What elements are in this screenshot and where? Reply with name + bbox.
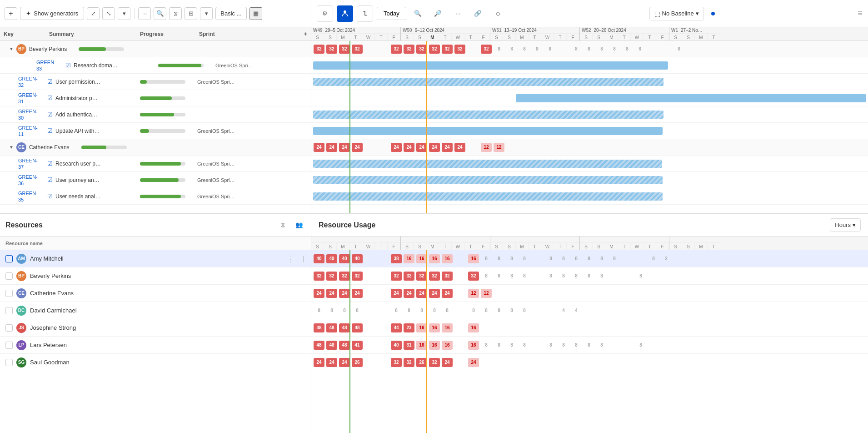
layout-arrow-button[interactable]: ▾ [200, 7, 213, 20]
checkbox-catherine[interactable] [5, 290, 13, 297]
resource-item-beverly[interactable]: BP Beverly Perkins [0, 267, 311, 285]
cursor-indicator: │ [302, 256, 306, 262]
sprint-11: GreeniOS Spri… [195, 128, 311, 134]
checkbox-david[interactable] [5, 307, 13, 314]
collapse-beverly[interactable]: ▼ [9, 46, 14, 51]
resource-item-lars[interactable]: LP Lars Petersen [0, 337, 311, 354]
resource-item-catherine[interactable]: CE Catherine Evans [0, 285, 311, 302]
gantt-person-button[interactable] [337, 5, 353, 22]
gantt-zoom-out-button[interactable]: 🔎 [430, 5, 446, 22]
gantt-row-green31 [311, 90, 868, 106]
collapse-catherine[interactable]: ▼ [9, 145, 14, 150]
key-link-green36[interactable]: GREEN-36 [18, 174, 38, 186]
resource-name-david: David Carmichael [30, 307, 77, 314]
basic-view-button[interactable]: Basic ... [215, 7, 246, 20]
resource-name-label: Resource name [5, 241, 43, 246]
avatar-david: DC [16, 306, 26, 316]
task-row-green37[interactable]: GREEN-37 ☑ Research user p… GreeniOS Spr… [0, 156, 311, 172]
resource-row-amy: 40404040 3816161616 16 8888 888888 8 2 [311, 250, 868, 267]
checkbox-saul[interactable] [5, 359, 13, 366]
expand-button[interactable]: ⤢ [87, 7, 100, 20]
key-link-green11[interactable]: GREEN-11 [18, 125, 38, 137]
resource-item-david[interactable]: DC David Carmichael [0, 302, 311, 319]
collapse-button[interactable]: ⤡ [102, 7, 115, 20]
task-row-green35[interactable]: GREEN-35 ☑ User needs anal… GreeniOS Spr… [0, 188, 311, 205]
task-row-green33[interactable]: GREEN-33 ☑ Research doma… GreeniOS Spri… [0, 57, 311, 74]
resources-header: Resources ⧖ 👥 [0, 214, 311, 237]
resource-name-beverly: Beverly Perkins [30, 272, 71, 279]
summary-text-37: Research user p… [55, 161, 101, 167]
checkbox-josephine[interactable] [5, 324, 13, 332]
gantt-more-button[interactable]: ··· [450, 5, 466, 22]
resource-usage-body: 40404040 3816161616 16 8888 888888 8 2 3… [311, 250, 868, 433]
resource-item-josephine[interactable]: JS Josephine Strong [0, 319, 311, 337]
add-col-header[interactable]: + [300, 31, 311, 37]
show-generators-button[interactable]: ✦ Show generators [20, 7, 84, 20]
checkbox-beverly[interactable] [5, 272, 13, 280]
resource-row-josephine: 48484848 4423161616 16 [311, 319, 868, 337]
expand-arrow-button[interactable]: ▾ [118, 7, 130, 20]
filter-button[interactable]: ⧖ [169, 7, 182, 20]
search-button[interactable]: 🔍 [154, 7, 166, 20]
more-button[interactable]: ··· [138, 7, 151, 20]
key-link-green33[interactable]: GREEN-33 [36, 60, 56, 71]
person-row-beverly[interactable]: ▼ BP Beverly Perkins [0, 41, 311, 57]
summary-text-32: User permission… [55, 79, 100, 85]
key-link-green31[interactable]: GREEN-31 [18, 92, 38, 104]
summary-text-30: Add authentica… [55, 111, 97, 118]
gantt-link-button[interactable]: 🔗 [470, 5, 486, 22]
resources-manage-button[interactable]: 👥 [293, 219, 305, 232]
resource-name-catherine: Catherine Evans [30, 290, 74, 297]
checkbox-icon-11: ☑ [47, 127, 53, 134]
week-w51: W51 13–19 Oct 2024 SSMTWTF [490, 27, 580, 40]
grid-lines-icon: ≡ [858, 9, 863, 18]
checkbox-amy[interactable] [5, 255, 13, 262]
resources-filter-button[interactable]: ⧖ [276, 219, 289, 232]
resource-usage-title: Resource Usage [319, 221, 830, 229]
gantt-zoom-in-button[interactable]: 🔍 [410, 5, 426, 22]
key-link-green35[interactable]: GREEN-35 [18, 191, 38, 202]
task-row-green32[interactable]: GREEN-32 ☑ User permission… GreeniOS Spr… [0, 74, 311, 90]
resource-row-lars: 48484841 4031161616 16 8888 88888 8 [311, 337, 868, 354]
person-name-catherine: Catherine Evans [29, 144, 70, 151]
summary-header: Summary [45, 31, 136, 37]
chevron-down-icon: ▾ [696, 10, 699, 17]
hours-button[interactable]: Hours ▾ [830, 218, 861, 232]
checkbox-icon-36: ☑ [47, 176, 53, 183]
checkbox-lars[interactable] [5, 342, 13, 349]
gantt-arrange-button[interactable]: ⇅ [357, 5, 373, 22]
gantt-diamond-button[interactable]: ◇ [490, 5, 506, 22]
chart-button[interactable]: ▦ [249, 7, 262, 20]
avatar-beverly: BP [16, 44, 26, 54]
more-actions-amy[interactable]: ⋮ [287, 254, 295, 264]
sprint-header: Sprint [195, 31, 300, 37]
checkbox-icon-30: ☑ [47, 111, 53, 118]
gantt-today-button[interactable]: Today [377, 7, 406, 20]
resource-row-catherine: 24242424 2424242424 1212 [311, 285, 868, 302]
resource-vline [349, 250, 350, 433]
gantt-settings-button[interactable]: ⚙ [317, 5, 333, 22]
gantt-row-green35 [311, 188, 868, 205]
key-link-green30[interactable]: GREEN-30 [18, 109, 38, 121]
task-row-green11[interactable]: GREEN-11 ☑ Update API with… GreeniOS Spr… [0, 123, 311, 139]
resource-item-amy[interactable]: AM Amy Mitchell ⋮ │ [0, 250, 311, 267]
task-row-green36[interactable]: GREEN-36 ☑ User journey an… GreeniOS Spr… [0, 172, 311, 188]
key-link-green37[interactable]: GREEN-37 [18, 158, 38, 170]
add-button[interactable]: + [5, 7, 17, 20]
task-row-green31[interactable]: GREEN-31 ☑ Administrator p… [0, 90, 311, 106]
task-row-green30[interactable]: GREEN-30 ☑ Add authentica… [0, 106, 311, 123]
resource-row-david: 8888 88888 88888 44 [311, 302, 868, 319]
key-link-green32[interactable]: GREEN-32 [18, 76, 38, 88]
avatar-catherine-res: CE [16, 288, 26, 298]
layout-button[interactable]: ⊞ [185, 7, 197, 20]
resource-name-saul: Saul Goodman [30, 359, 70, 366]
checkbox-icon-32: ☑ [47, 78, 53, 85]
gantt-row-green33 [311, 57, 868, 74]
summary-text-35: User needs anal… [55, 193, 100, 200]
resource-item-saul[interactable]: SG Saul Goodman [0, 354, 311, 371]
person-row-catherine[interactable]: ▼ CE Catherine Evans [0, 139, 311, 156]
no-baseline-btn[interactable]: ⬚ No Baseline ▾ [649, 7, 704, 20]
sprint-32: GreeniOS Spri… [195, 79, 311, 85]
separator-1 [134, 8, 135, 19]
week-w52: W52 20–26 Oct 2024 SSMTWTF [580, 27, 669, 40]
